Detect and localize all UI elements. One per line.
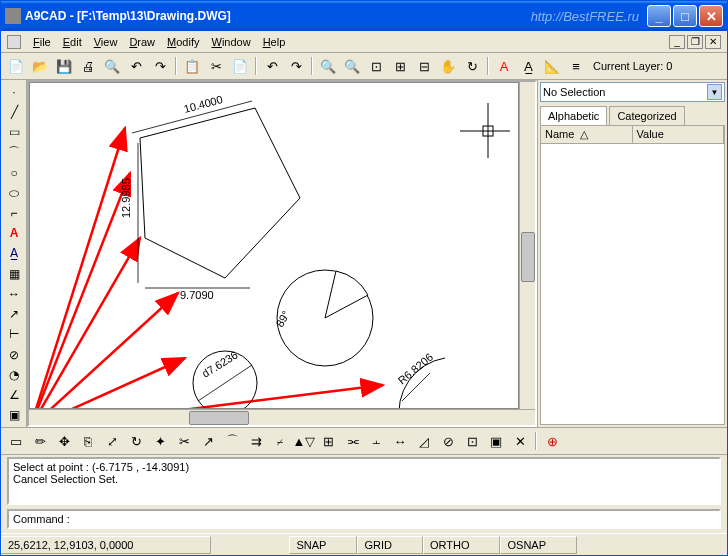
dim-aligned-icon[interactable]: ↗ bbox=[3, 305, 25, 324]
open-icon[interactable]: 📂 bbox=[29, 55, 51, 77]
property-grid[interactable]: Name △ Value bbox=[540, 125, 725, 425]
minimize-button[interactable]: _ bbox=[647, 5, 671, 27]
find-icon[interactable]: 🔍 bbox=[101, 55, 123, 77]
mdi-minimize-button[interactable]: _ bbox=[669, 35, 685, 49]
command-input[interactable]: Command : bbox=[7, 509, 721, 529]
properties-icon[interactable]: 📐 bbox=[541, 55, 563, 77]
chamfer-icon[interactable]: ◿ bbox=[413, 430, 435, 452]
line-icon[interactable]: ╱ bbox=[3, 102, 25, 121]
zoom-previous-icon[interactable]: ⊟ bbox=[413, 55, 435, 77]
divide-icon[interactable]: ⊘ bbox=[437, 430, 459, 452]
ellipse-icon[interactable]: ⬭ bbox=[3, 183, 25, 202]
svg-marker-6 bbox=[140, 108, 300, 278]
explode-icon[interactable]: ✦ bbox=[149, 430, 171, 452]
measure-icon[interactable]: ⊡ bbox=[461, 430, 483, 452]
extend-icon[interactable]: ↗ bbox=[197, 430, 219, 452]
main-toolbar: 📄 📂 💾 🖨 🔍 ↶ ↷ 📋 ✂ 📄 ↶ ↷ 🔍 🔍 ⊡ ⊞ ⊟ ✋ ↻ A … bbox=[1, 53, 727, 80]
redo-icon[interactable]: ↷ bbox=[285, 55, 307, 77]
pan-icon[interactable]: ✋ bbox=[437, 55, 459, 77]
zoom-window-icon[interactable]: ⊡ bbox=[365, 55, 387, 77]
dim-ordinate-icon[interactable]: ⊢ bbox=[3, 325, 25, 344]
menu-edit[interactable]: Edit bbox=[57, 34, 88, 50]
properties-panel: No Selection ▼ Alphabetic Categorized Na… bbox=[537, 80, 727, 427]
status-snap[interactable]: SNAP bbox=[289, 536, 357, 554]
cmd-line-1: Select at point : (-6.7175 , -14.3091) bbox=[13, 461, 715, 473]
horizontal-scrollbar[interactable] bbox=[29, 409, 535, 425]
menu-modify[interactable]: Modify bbox=[161, 34, 205, 50]
tab-categorized[interactable]: Categorized bbox=[609, 106, 684, 125]
array-icon[interactable]: ⊞ bbox=[317, 430, 339, 452]
dim-diameter-icon[interactable]: ⊘ bbox=[3, 345, 25, 364]
undo-icon[interactable]: ↶ bbox=[261, 55, 283, 77]
mirror-icon[interactable]: ▲▽ bbox=[293, 430, 315, 452]
status-ortho[interactable]: ORTHO bbox=[423, 536, 501, 554]
mtext-icon[interactable]: A̲ bbox=[3, 244, 25, 263]
command-history[interactable]: Select at point : (-6.7175 , -14.3091) C… bbox=[7, 457, 721, 505]
fillet-icon[interactable]: ⌒ bbox=[221, 430, 243, 452]
undo-curve-icon[interactable]: ↶ bbox=[125, 55, 147, 77]
join-icon[interactable]: ⫘ bbox=[341, 430, 363, 452]
paste-icon[interactable]: 📄 bbox=[229, 55, 251, 77]
block-icon[interactable]: ▣ bbox=[485, 430, 507, 452]
copy-icon[interactable]: 📋 bbox=[181, 55, 203, 77]
redo-curve-icon[interactable]: ↷ bbox=[149, 55, 171, 77]
dim-style-icon[interactable]: A̲ bbox=[517, 55, 539, 77]
layers-icon[interactable]: ≡ bbox=[565, 55, 587, 77]
tab-alphabetic[interactable]: Alphabetic bbox=[540, 106, 607, 125]
menu-file[interactable]: File bbox=[27, 34, 57, 50]
cancel-icon[interactable]: ✕ bbox=[509, 430, 531, 452]
hatch-icon[interactable]: ▦ bbox=[3, 264, 25, 283]
close-button[interactable]: ✕ bbox=[699, 5, 723, 27]
mdi-close-button[interactable]: ✕ bbox=[705, 35, 721, 49]
menu-window[interactable]: Window bbox=[205, 34, 256, 50]
mdi-restore-button[interactable]: ❐ bbox=[687, 35, 703, 49]
maximize-button[interactable]: □ bbox=[673, 5, 697, 27]
dim-linear-icon[interactable]: ↔ bbox=[3, 284, 25, 303]
status-grid[interactable]: GRID bbox=[357, 536, 423, 554]
copy-obj-icon[interactable]: ⎘ bbox=[77, 430, 99, 452]
menu-draw[interactable]: Draw bbox=[123, 34, 161, 50]
scale-icon[interactable]: ⤢ bbox=[101, 430, 123, 452]
zoom-out-icon[interactable]: 🔍 bbox=[341, 55, 363, 77]
new-icon[interactable]: 📄 bbox=[5, 55, 27, 77]
title-text: A9CAD - [F:\Temp\13\Drawing.DWG] bbox=[25, 9, 531, 23]
selection-combo[interactable]: No Selection ▼ bbox=[540, 82, 725, 102]
break-icon[interactable]: ⌿ bbox=[269, 430, 291, 452]
menu-view[interactable]: View bbox=[88, 34, 124, 50]
print-icon[interactable]: 🖨 bbox=[77, 55, 99, 77]
arc-icon[interactable]: ⌒ bbox=[3, 143, 25, 162]
erase-icon[interactable]: ✏ bbox=[29, 430, 51, 452]
image-icon[interactable]: ▣ bbox=[3, 406, 25, 425]
cut-icon[interactable]: ✂ bbox=[205, 55, 227, 77]
status-osnap[interactable]: OSNAP bbox=[500, 536, 577, 554]
zoom-extents-icon[interactable]: ⊞ bbox=[389, 55, 411, 77]
dim-radius-icon[interactable]: ◔ bbox=[3, 365, 25, 384]
select-rect-icon[interactable]: ▭ bbox=[5, 430, 27, 452]
stretch-icon[interactable]: ↔ bbox=[389, 430, 411, 452]
drawing-canvas[interactable]: 10.4000 12.9985 9.7090 89° d7.6236 bbox=[29, 82, 519, 409]
circle-icon[interactable]: ○ bbox=[3, 163, 25, 182]
current-layer-label: Current Layer: 0 bbox=[593, 60, 672, 72]
dim-10-4: 10.4000 bbox=[182, 93, 224, 115]
col-name[interactable]: Name △ bbox=[541, 126, 633, 143]
rotate-icon[interactable]: ↻ bbox=[125, 430, 147, 452]
trim-icon[interactable]: ✂ bbox=[173, 430, 195, 452]
text-icon[interactable]: A bbox=[3, 224, 25, 243]
vertical-scrollbar[interactable] bbox=[519, 82, 535, 409]
chevron-down-icon[interactable]: ▼ bbox=[707, 84, 722, 100]
document-icon[interactable] bbox=[7, 35, 21, 49]
col-value[interactable]: Value bbox=[633, 126, 725, 143]
dim-angular-icon[interactable]: ∠ bbox=[3, 386, 25, 405]
polyline-icon[interactable]: ⌐ bbox=[3, 203, 25, 222]
zoom-in-icon[interactable]: 🔍 bbox=[317, 55, 339, 77]
point-icon[interactable]: · bbox=[3, 82, 25, 101]
save-icon[interactable]: 💾 bbox=[53, 55, 75, 77]
offset-icon[interactable]: ⇉ bbox=[245, 430, 267, 452]
text-style-icon[interactable]: A bbox=[493, 55, 515, 77]
rectangle-icon[interactable]: ▭ bbox=[3, 122, 25, 141]
osnap-toggle-icon[interactable]: ⊕ bbox=[541, 430, 563, 452]
move-icon[interactable]: ✥ bbox=[53, 430, 75, 452]
menu-help[interactable]: Help bbox=[257, 34, 292, 50]
redraw-icon[interactable]: ↻ bbox=[461, 55, 483, 77]
align-icon[interactable]: ⫠ bbox=[365, 430, 387, 452]
